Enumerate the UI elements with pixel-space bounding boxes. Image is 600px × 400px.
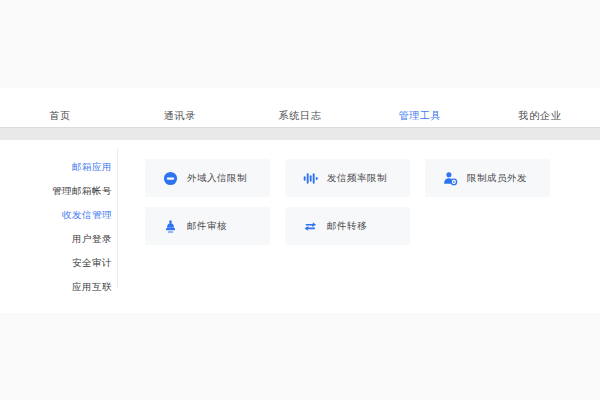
card-restrict-member-outbound[interactable]: 限制成员外发	[425, 159, 550, 197]
member-restrict-icon	[442, 170, 458, 186]
tab-home[interactable]: 首页	[0, 105, 120, 127]
nav-divider-bar	[0, 127, 600, 140]
tab-contacts[interactable]: 通讯录	[120, 105, 240, 127]
card-label: 外域入信限制	[187, 172, 247, 185]
sidebar-divider	[117, 149, 118, 289]
sidebar-item-user-login[interactable]: 用户登录	[0, 227, 112, 251]
stamp-icon	[162, 218, 178, 234]
card-mail-transfer[interactable]: 邮件转移	[285, 207, 410, 245]
frequency-icon	[302, 170, 318, 186]
transfer-icon	[302, 218, 318, 234]
sidebar-item-manage-accounts[interactable]: 管理邮箱帐号	[0, 179, 112, 203]
card-label: 发信频率限制	[327, 172, 387, 185]
tab-label: 我的企业	[518, 109, 561, 123]
tab-admin-tools[interactable]: 管理工具	[360, 105, 480, 127]
sidebar: 邮箱应用 管理邮箱帐号 收发信管理 用户登录 安全审计 应用互联	[0, 155, 112, 299]
card-label: 邮件审核	[187, 220, 227, 233]
tab-my-enterprise[interactable]: 我的企业	[480, 105, 600, 127]
card-label: 限制成员外发	[467, 172, 527, 185]
sidebar-item-app-integration[interactable]: 应用互联	[0, 275, 112, 299]
sidebar-item-security-audit[interactable]: 安全审计	[0, 251, 112, 275]
card-mail-review[interactable]: 邮件审核	[145, 207, 270, 245]
tab-label: 通讯录	[164, 109, 196, 123]
sidebar-item-send-receive-mgmt[interactable]: 收发信管理	[0, 203, 112, 227]
sidebar-item-mailbox-apps[interactable]: 邮箱应用	[0, 155, 112, 179]
page: 首页 通讯录 系统日志 管理工具 我的企业 邮箱应用 管理邮箱帐号 收发信管理 …	[0, 0, 600, 400]
card-label: 邮件转移	[327, 220, 367, 233]
card-inbound-domain-restriction[interactable]: 外域入信限制	[145, 159, 270, 197]
block-icon	[162, 170, 178, 186]
tab-label: 管理工具	[398, 109, 441, 123]
tab-label: 系统日志	[278, 109, 321, 123]
top-nav: 首页 通讯录 系统日志 管理工具 我的企业	[0, 105, 600, 127]
tab-system-log[interactable]: 系统日志	[240, 105, 360, 127]
tab-label: 首页	[49, 109, 71, 123]
card-send-frequency-limit[interactable]: 发信频率限制	[285, 159, 410, 197]
content-panel: 首页 通讯录 系统日志 管理工具 我的企业 邮箱应用 管理邮箱帐号 收发信管理 …	[0, 88, 600, 313]
